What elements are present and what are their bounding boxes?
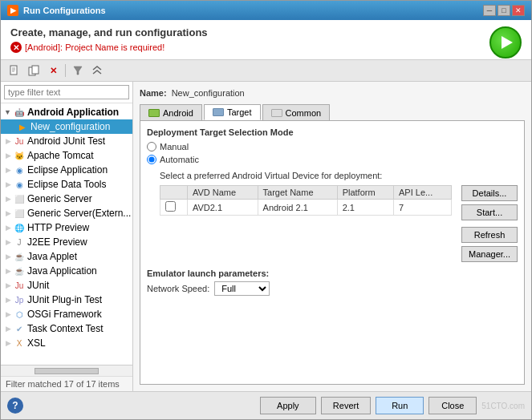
tree-item-junit-plugin[interactable]: ▶ Jp JUnit Plug-in Test xyxy=(1,293,132,307)
svg-rect-5 xyxy=(32,66,39,74)
tab-content: Deployment Target Selection Mode Manual … xyxy=(140,120,525,385)
expand-icon: ▼ xyxy=(4,108,11,116)
avd-row-platform: 2.1 xyxy=(337,200,393,216)
left-panel: ▼ 🤖 Android Application ▶ New_configurat… xyxy=(1,82,133,391)
col-checkbox xyxy=(160,186,188,200)
tree-item-generic-server[interactable]: ▶ ⬜ Generic Server xyxy=(1,192,132,206)
preferred-label: Select a preferred Android Virtual Devic… xyxy=(160,171,518,180)
header: Create, manage, and run configurations ✕… xyxy=(1,20,531,60)
collapse-button[interactable] xyxy=(88,63,106,79)
col-target-name[interactable]: Target Name xyxy=(258,186,337,200)
tree-scrollbar[interactable] xyxy=(1,365,132,376)
filter-button[interactable] xyxy=(69,63,87,79)
tree-item-xsl[interactable]: ▶ X XSL xyxy=(1,336,132,350)
manual-radio[interactable] xyxy=(147,142,156,151)
tree-item-osgi[interactable]: ▶ ⬡ OSGi Framework xyxy=(1,307,132,321)
error-text: [Android]: Project Name is required! xyxy=(25,42,164,52)
tree-item-apache-tomcat[interactable]: ▶ 🐱 Apache Tomcat xyxy=(1,148,132,163)
tree-item-j2ee[interactable]: ▶ J J2EE Preview xyxy=(1,235,132,249)
tab-common-label: Common xyxy=(286,108,322,118)
android-junit-label: Android JUnit Test xyxy=(27,135,105,147)
java-app-icon: ☕ xyxy=(14,265,25,277)
no-expand-icon11: ▶ xyxy=(6,281,11,289)
avd-checkbox[interactable] xyxy=(165,201,176,212)
tree-item-junit[interactable]: ▶ Ju JUnit xyxy=(1,278,132,293)
emulator-label: Emulator launch parameters: xyxy=(147,269,518,278)
col-platform[interactable]: Platform xyxy=(337,186,393,200)
revert-button[interactable]: Revert xyxy=(321,397,371,414)
tree-item-task-context[interactable]: ▶ ✔ Task Context Test xyxy=(1,321,132,336)
tree-item-android-junit[interactable]: ▶ Ju Android JUnit Test xyxy=(1,134,132,148)
automatic-radio-row: Automatic xyxy=(147,155,518,164)
network-speed-select[interactable]: Full GSM HSCSD GPRS EDGE UMTS HSPDA xyxy=(214,281,270,296)
no-expand-icon: ▶ xyxy=(6,137,11,145)
filter-input[interactable] xyxy=(4,85,129,99)
tab-target[interactable]: Target xyxy=(204,104,261,120)
manual-label[interactable]: Manual xyxy=(160,142,189,151)
minimize-button[interactable]: ─ xyxy=(483,5,496,16)
tab-android[interactable]: Android xyxy=(140,104,202,120)
window-icon: ▶ xyxy=(7,5,18,16)
avd-row-name: AVD2.1 xyxy=(187,200,258,216)
maximize-button[interactable]: □ xyxy=(497,5,510,16)
tree-item-new-config[interactable]: ▶ New_configuration xyxy=(1,119,132,134)
tree-item-eclipse-data[interactable]: ▶ ◉ Eclipse Data Tools xyxy=(1,177,132,192)
http-label: HTTP Preview xyxy=(27,222,89,233)
tree-item-generic-server-ext[interactable]: ▶ ⬜ Generic Server(Extern... xyxy=(1,206,132,220)
avd-row-check[interactable] xyxy=(160,200,188,216)
no-expand-icon14: ▶ xyxy=(6,325,11,333)
toolbar: ✕ xyxy=(1,60,531,82)
junit-plugin-label: JUnit Plug-in Test xyxy=(27,294,102,305)
new-config-button[interactable] xyxy=(6,63,23,79)
error-icon: ✕ xyxy=(10,42,22,53)
start-button[interactable]: Start... xyxy=(461,204,518,220)
android-app-label: Android Application xyxy=(27,107,119,118)
deployment-title: Deployment Target Selection Mode xyxy=(147,127,518,137)
details-button[interactable]: Details... xyxy=(461,185,518,201)
delete-button[interactable]: ✕ xyxy=(44,63,62,79)
automatic-label[interactable]: Automatic xyxy=(160,155,199,164)
close-window-button[interactable]: ✕ xyxy=(512,5,525,16)
col-avd-name[interactable]: AVD Name xyxy=(187,186,258,200)
run-bottom-button[interactable]: Run xyxy=(376,397,424,414)
svg-marker-6 xyxy=(74,67,82,75)
target-tab-icon xyxy=(213,108,224,116)
no-expand-icon7: ▶ xyxy=(6,224,11,232)
run-button-header[interactable] xyxy=(489,26,522,59)
main-content: ▼ 🤖 Android Application ▶ New_configurat… xyxy=(1,82,531,391)
new-config-icon: ▶ xyxy=(17,121,28,132)
no-expand-icon12: ▶ xyxy=(6,296,11,304)
new-config-label: New_configuration xyxy=(30,121,110,132)
tree-item-android-app[interactable]: ▼ 🤖 Android Application xyxy=(1,105,132,119)
tree-item-java-app[interactable]: ▶ ☕ Java Application xyxy=(1,264,132,278)
android-app-icon: 🤖 xyxy=(14,107,25,118)
close-dialog-button[interactable]: Close xyxy=(428,397,477,414)
eclipse-app-icon: ◉ xyxy=(14,164,25,176)
no-expand-icon3: ▶ xyxy=(6,166,11,174)
java-applet-icon: ☕ xyxy=(14,251,25,262)
titlebar-controls: ─ □ ✕ xyxy=(483,5,525,16)
generic-server-label: Generic Server xyxy=(27,193,92,204)
help-button[interactable]: ? xyxy=(7,398,23,414)
name-row: Name: New_configuration xyxy=(140,88,525,98)
tree-item-java-applet[interactable]: ▶ ☕ Java Applet xyxy=(1,249,132,264)
refresh-button[interactable]: Refresh xyxy=(461,227,518,243)
duplicate-button[interactable] xyxy=(25,63,43,79)
generic-server-icon: ⬜ xyxy=(14,193,25,204)
no-expand-icon15: ▶ xyxy=(6,339,11,347)
tree-item-eclipse-app[interactable]: ▶ ◉ Eclipse Application xyxy=(1,163,132,177)
no-expand-icon2: ▶ xyxy=(6,151,11,160)
bottom-left: ? xyxy=(7,398,255,414)
j2ee-icon: J xyxy=(14,236,25,248)
scrollbar-thumb[interactable] xyxy=(35,368,99,374)
titlebar: ▶ Run Configurations ─ □ ✕ xyxy=(1,1,531,20)
tab-common[interactable]: Common xyxy=(262,104,331,120)
manager-button[interactable]: Manager... xyxy=(461,246,518,262)
tomcat-icon: 🐱 xyxy=(14,150,25,161)
avd-row[interactable]: AVD2.1 Android 2.1 2.1 7 xyxy=(160,200,452,216)
avd-row-target: Android 2.1 xyxy=(258,200,337,216)
col-api[interactable]: API Le... xyxy=(394,186,452,200)
tree-item-http-preview[interactable]: ▶ 🌐 HTTP Preview xyxy=(1,220,132,235)
apply-button[interactable]: Apply xyxy=(260,397,316,414)
automatic-radio[interactable] xyxy=(147,155,156,164)
